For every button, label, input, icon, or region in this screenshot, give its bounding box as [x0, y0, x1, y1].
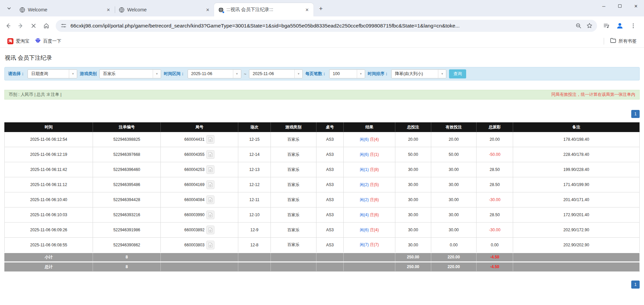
bookmark-taobao[interactable]: 淘 爱淘宝 [5, 37, 32, 46]
cell-game: 百家乐 [270, 132, 316, 147]
tab-welcome-2[interactable]: Welcome ✕ [115, 3, 214, 16]
column-header: 有效投注 [431, 123, 476, 132]
cell-round-id: 660004084 [184, 197, 204, 202]
cell-session: 12-13 [238, 162, 270, 177]
game-type-dropdown[interactable]: 百家乐 ▼ [99, 69, 161, 78]
cell-time: 2025-11-06 06:10:03 [5, 207, 93, 223]
result-banker: 庄(5) [370, 182, 379, 187]
cell-game: 百家乐 [270, 207, 316, 223]
media-playlist-icon [603, 22, 610, 29]
cell-bet-id: 522946394428 [93, 192, 160, 207]
chevron-down-icon: ▼ [357, 70, 365, 78]
tab-close-icon[interactable]: ✕ [105, 7, 111, 13]
cell-total-bet[interactable]: 30.00 [395, 162, 431, 177]
cell-total-bet[interactable]: 30.00 [395, 207, 431, 223]
media-controls-button[interactable] [600, 20, 612, 32]
browser-menu-button[interactable] [627, 20, 639, 32]
maximize-button[interactable] [612, 0, 628, 12]
cell-payout: -30.00 [476, 223, 513, 238]
tab-title: :::视讯 会员下注纪录::: [227, 7, 301, 13]
minimize-button[interactable]: ─ [596, 0, 612, 12]
game-video-icon[interactable] [206, 150, 214, 159]
stop-x-icon [31, 23, 36, 28]
search-button[interactable]: 查询 [449, 69, 466, 78]
game-video-icon[interactable] [206, 135, 214, 144]
game-video-icon[interactable] [206, 241, 214, 249]
subtotal-total-bet: 250.00 [395, 253, 431, 262]
column-header: 桌号 [316, 123, 343, 132]
globe-icon [119, 7, 125, 13]
cell-bet-id: 522946391986 [93, 223, 160, 238]
cell-time: 2025-11-06 06:11:12 [5, 177, 93, 192]
url-text[interactable]: 66cxkj98.com/ipl/portal.php/game/betreco… [70, 23, 572, 29]
tab-title: Welcome [127, 7, 202, 12]
back-button[interactable] [2, 20, 14, 32]
page-1-button[interactable]: 1 [631, 281, 640, 289]
cell-total-bet[interactable]: 30.00 [395, 192, 431, 207]
query-type-dropdown[interactable]: 日期查询 ▼ [28, 69, 77, 78]
cell-payout: 20.00 [476, 132, 513, 147]
date-from-dropdown[interactable]: 2025-11-06 ▼ [188, 69, 241, 78]
bookmark-baidu[interactable]: du 百度一下 [32, 36, 64, 46]
game-video-icon[interactable] [206, 195, 214, 204]
game-video-icon[interactable] [206, 180, 214, 189]
all-bookmarks-button[interactable]: 所有书签 [607, 37, 639, 46]
page-1-button[interactable]: 1 [631, 110, 640, 118]
forward-button[interactable] [15, 20, 27, 32]
profile-avatar-icon [616, 22, 624, 30]
cell-round-id: 660004355 [184, 152, 204, 157]
cell-total-bet[interactable]: 20.00 [395, 132, 431, 147]
game-video-icon[interactable] [206, 226, 214, 234]
bookmark-star-icon[interactable] [586, 22, 593, 29]
chevron-down-icon: ▼ [438, 70, 446, 78]
close-window-button[interactable]: ✕ [628, 0, 644, 12]
zoom-level-icon[interactable] [575, 22, 582, 29]
date-to-dropdown[interactable]: 2025-11-06 ▼ [249, 69, 303, 78]
cell-time: 2025-11-06 06:10:40 [5, 192, 93, 207]
tab-close-icon[interactable]: ✕ [304, 7, 310, 13]
cell-table-no: AS3 [316, 223, 343, 238]
cell-game: 百家乐 [270, 238, 316, 253]
cell-bet-id: 522946390862 [93, 238, 160, 253]
cell-payout: 28.50 [476, 162, 513, 177]
tab-close-icon[interactable]: ✕ [205, 7, 211, 13]
cell-round-id: 660003803 [184, 243, 204, 247]
cell-total-bet[interactable]: 50.00 [395, 147, 431, 162]
game-video-icon[interactable] [206, 210, 214, 219]
url-bar[interactable]: 66cxkj98.com/ipl/portal.php/game/betreco… [56, 20, 597, 32]
cell-note: 202.90/172.90 [513, 223, 640, 238]
game-video-icon[interactable] [206, 165, 214, 174]
stop-loading-button[interactable] [28, 20, 40, 32]
subtotal-payout: -4.50 [476, 253, 513, 262]
summary-bar: 币别 : 人民币 | 总共 :8 注单 | 同局有效投注，统一计算在该局第一张注… [4, 90, 640, 100]
cell-total-bet[interactable]: 30.00 [395, 223, 431, 238]
cell-time: 2025-11-06 06:12:54 [5, 132, 93, 147]
cell-round-id: 660003990 [184, 212, 204, 217]
tab-bet-records-active[interactable]: :::视讯 会员下注纪录::: ✕ [214, 3, 313, 16]
cell-total-bet[interactable]: 30.00 [395, 238, 431, 253]
cell-table-no: AS3 [316, 207, 343, 223]
home-button[interactable] [40, 20, 52, 32]
cell-total-bet[interactable]: 30.00 [395, 177, 431, 192]
cell-note: 228.40/178.40 [513, 147, 640, 162]
cell-valid-bet: 30.00 [431, 162, 476, 177]
profile-button[interactable] [614, 20, 626, 32]
cell-table-no: AS3 [316, 132, 343, 147]
tab-welcome-1[interactable]: Welcome ✕ [15, 3, 115, 16]
cell-table-no: AS3 [316, 147, 343, 162]
tab-title: Welcome [28, 7, 103, 12]
subtotal-label: 小计 [5, 253, 93, 262]
baidu-paw-icon: du [35, 38, 41, 45]
cell-game: 百家乐 [270, 177, 316, 192]
tab-search-button[interactable] [4, 3, 14, 13]
sort-dropdown[interactable]: 降幂(由大到小) ▼ [391, 69, 446, 78]
site-settings-icon[interactable] [60, 22, 67, 29]
total-total-bet: 250.00 [395, 262, 431, 271]
browser-toolbar: 66cxkj98.com/ipl/portal.php/game/betreco… [0, 16, 644, 35]
valid-bet-notice: 同局有效投注，统一计算在该局第一张注单内 [551, 92, 635, 98]
cell-note: 172.90/201.40 [513, 207, 640, 223]
page-size-dropdown[interactable]: 100 ▼ [329, 69, 365, 78]
cell-table-no: AS3 [316, 192, 343, 207]
cell-valid-bet: 50.00 [431, 147, 476, 162]
new-tab-button[interactable]: + [316, 4, 326, 13]
